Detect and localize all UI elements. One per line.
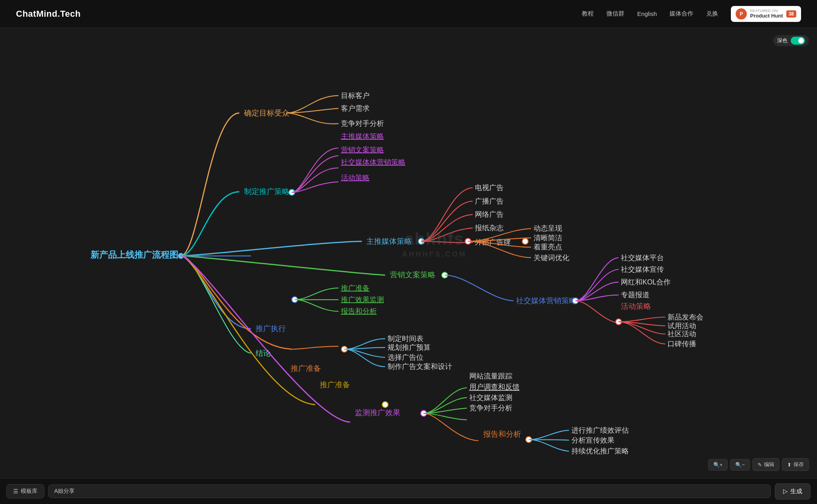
prompt-input[interactable] <box>48 484 771 498</box>
svg-text:营销文案策略: 营销文案策略 <box>341 146 384 154</box>
svg-text:试用活动: 试用活动 <box>667 322 696 330</box>
template-icon: ☰ <box>13 488 18 494</box>
svg-text:制作广告文案和设计: 制作广告文案和设计 <box>388 363 452 371</box>
svg-text:活动策略: 活动策略 <box>621 302 651 311</box>
product-hunt-text: FEATURED ON Product Hunt <box>750 9 783 19</box>
product-hunt-featured: FEATURED ON <box>750 9 783 13</box>
nav: 教程 微信群 English 媒体合作 兑换 P FEATURED ON Pro… <box>582 6 801 22</box>
edit-button[interactable]: ✎ 编辑 <box>752 458 780 471</box>
zoom-in-button[interactable]: 🔍+ <box>708 459 728 471</box>
svg-text:持续优化推广策略: 持续优化推广策略 <box>571 447 629 455</box>
svg-text:用户调查和反馈: 用户调查和反馈 <box>469 383 520 391</box>
svg-text:推广准备: 推广准备 <box>320 380 350 389</box>
svg-text:竞争对手分析: 竞争对手分析 <box>469 404 512 412</box>
dark-mode-label: 深色 <box>777 37 787 44</box>
svg-text:推广准备: 推广准备 <box>291 364 321 373</box>
svg-text:动态呈现: 动态呈现 <box>534 224 562 232</box>
svg-text:选择广告位: 选择广告位 <box>388 353 423 361</box>
product-hunt-count: 38 <box>786 10 796 18</box>
svg-text:规划推广预算: 规划推广预算 <box>388 343 431 351</box>
svg-text:广播广告: 广播广告 <box>475 197 504 205</box>
svg-text:社交媒体体营销策略: 社交媒体体营销策略 <box>341 158 406 166</box>
mindmap-canvas[interactable]: 深色 ahhhfs AHHHFS.COM 新产品上线推广流程图 确定目标受众 目… <box>0 28 817 478</box>
product-hunt-button[interactable]: P FEATURED ON Product Hunt 38 <box>731 6 801 22</box>
footer: ☰ 模板库 ▷ 生成 <box>0 478 817 504</box>
generate-button[interactable]: ▷ 生成 <box>775 483 811 500</box>
svg-text:主推媒体策略: 主推媒体策略 <box>366 237 412 245</box>
svg-text:活动策略: 活动策略 <box>341 174 370 182</box>
logo: ChatMind.Tech <box>16 9 81 19</box>
svg-text:着重亮点: 着重亮点 <box>534 243 562 251</box>
save-icon: ⬆ <box>787 462 791 468</box>
svg-text:报告和分析: 报告和分析 <box>483 430 521 438</box>
zoom-out-button[interactable]: 🔍− <box>730 459 750 471</box>
svg-text:分析宣传效果: 分析宣传效果 <box>571 436 614 444</box>
svg-text:社交媒体宣传: 社交媒体宣传 <box>621 265 664 273</box>
nav-wechat[interactable]: 微信群 <box>606 10 624 18</box>
template-library-button[interactable]: ☰ 模板库 <box>6 484 44 498</box>
mindmap-svg: 新产品上线推广流程图 确定目标受众 目标客户 客户需求 竞争对手分析 制定推广策… <box>0 28 817 478</box>
svg-text:营销文案策略: 营销文案策略 <box>390 271 435 279</box>
zoom-out-icon: 🔍− <box>735 462 745 468</box>
svg-text:推广效果监测: 推广效果监测 <box>341 296 384 304</box>
nav-redeem[interactable]: 兑换 <box>706 10 718 18</box>
svg-text:进行推广绩效评估: 进行推广绩效评估 <box>571 426 629 434</box>
product-hunt-name: Product Hunt <box>750 13 783 19</box>
root-node: 新产品上线推广流程图 <box>91 250 178 260</box>
svg-text:社交媒体监测: 社交媒体监测 <box>469 394 512 402</box>
svg-text:主推媒体策略: 主推媒体策略 <box>341 132 384 140</box>
svg-text:社交媒体营销策略: 社交媒体营销策略 <box>516 296 577 305</box>
canvas-controls: 🔍+ 🔍− ✎ 编辑 ⬆ 保存 <box>708 458 809 471</box>
nav-media[interactable]: 媒体合作 <box>669 10 693 18</box>
svg-text:目标客户: 目标客户 <box>341 92 370 100</box>
svg-text:社交媒体平台: 社交媒体平台 <box>621 254 664 262</box>
generate-icon: ▷ <box>783 488 788 495</box>
svg-text:新品发布会: 新品发布会 <box>667 313 703 321</box>
svg-text:电视广告: 电视广告 <box>475 184 504 192</box>
nav-english[interactable]: English <box>637 10 657 17</box>
svg-text:制定推广策略: 制定推广策略 <box>244 187 289 196</box>
svg-text:网络广告: 网络广告 <box>475 210 504 218</box>
dark-mode-switch[interactable] <box>791 37 805 45</box>
svg-text:竞争对手分析: 竞争对手分析 <box>341 120 384 127</box>
svg-text:客户需求: 客户需求 <box>341 104 370 112</box>
svg-text:推广执行: 推广执行 <box>256 324 286 333</box>
product-hunt-icon: P <box>736 8 747 20</box>
svg-text:确定目标受众: 确定目标受众 <box>244 109 289 117</box>
svg-text:报纸杂志: 报纸杂志 <box>474 224 504 232</box>
header: ChatMind.Tech 教程 微信群 English 媒体合作 兑换 P F… <box>0 0 817 28</box>
edit-icon: ✎ <box>758 462 762 468</box>
svg-text:网红和KOL合作: 网红和KOL合作 <box>621 278 671 286</box>
dark-mode-toggle[interactable]: 深色 <box>773 35 809 46</box>
save-button[interactable]: ⬆ 保存 <box>782 458 809 471</box>
zoom-in-icon: 🔍+ <box>713 462 723 468</box>
svg-text:网站流量跟踪: 网站流量跟踪 <box>469 372 512 380</box>
svg-text:制定时间表: 制定时间表 <box>388 335 423 343</box>
svg-text:监测推广效果: 监测推广效果 <box>355 408 400 417</box>
svg-text:专题报道: 专题报道 <box>621 291 650 299</box>
svg-text:关键词优化: 关键词优化 <box>534 254 569 262</box>
svg-text:推广准备: 推广准备 <box>341 284 370 292</box>
svg-text:口碑传播: 口碑传播 <box>667 340 696 348</box>
nav-tutorial[interactable]: 教程 <box>582 10 594 18</box>
svg-text:报告和分析: 报告和分析 <box>341 307 377 315</box>
svg-point-51 <box>382 402 388 408</box>
svg-text:清晰简洁: 清晰简洁 <box>534 234 562 242</box>
svg-text:社区活动: 社区活动 <box>667 330 696 338</box>
svg-point-23 <box>522 238 528 244</box>
